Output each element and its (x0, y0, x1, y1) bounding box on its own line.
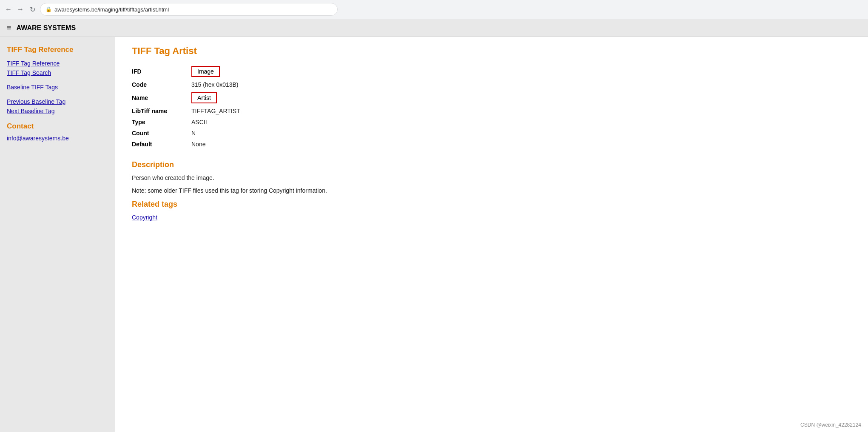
tag-value-code: 315 (hex 0x013B) (191, 81, 239, 88)
tag-label-count: Count (132, 130, 191, 137)
tag-row-ifd: IFD Image (132, 66, 851, 77)
tag-label-name: Name (132, 94, 191, 101)
watermark: CSDN @weixin_42282124 (800, 422, 861, 428)
contact-email[interactable]: info@awaresystems.be (7, 135, 108, 142)
sidebar-link-tiff-tag-search[interactable]: TIFF Tag Search (7, 69, 108, 76)
tag-value-ifd: Image (191, 66, 220, 77)
sidebar-contact-section: Contact info@awaresystems.be (7, 122, 108, 142)
tag-row-code: Code 315 (hex 0x013B) (132, 81, 851, 88)
tag-value-default: None (191, 141, 205, 148)
tag-label-code: Code (132, 81, 191, 88)
tag-row-default: Default None (132, 141, 851, 148)
tag-row-libtiff: LibTiff name TIFFTAG_ARTIST (132, 108, 851, 114)
description-line-1: Person who created the image. (132, 174, 851, 181)
site-header: ≡ AWARE SYSTEMS (0, 19, 868, 37)
description-line-2: Note: some older TIFF files used this ta… (132, 187, 851, 194)
tag-label-ifd: IFD (132, 68, 191, 75)
sidebar-section-baseline: Baseline TIFF Tags (7, 84, 108, 91)
sidebar-section-nav: Previous Baseline Tag Next Baseline Tag (7, 98, 108, 114)
tag-label-default: Default (132, 141, 191, 148)
tag-value-name: Artist (191, 92, 217, 103)
sidebar-link-previous-baseline[interactable]: Previous Baseline Tag (7, 98, 108, 105)
address-bar[interactable]: 🔒 awaresystems.be/imaging/tiff/tifftags/… (40, 3, 338, 16)
url-text: awaresystems.be/imaging/tiff/tifftags/ar… (54, 6, 169, 13)
related-tags-heading: Related tags (132, 200, 851, 209)
sidebar-heading: TIFF Tag Reference (7, 46, 108, 54)
tag-row-type: Type ASCII (132, 119, 851, 125)
forward-button[interactable]: → (16, 5, 25, 14)
tag-table: IFD Image Code 315 (hex 0x013B) Name Art… (132, 66, 851, 148)
tag-value-type: ASCII (191, 119, 207, 125)
page-title: TIFF Tag Artist (132, 46, 851, 57)
browser-toolbar: ← → ↻ 🔒 awaresystems.be/imaging/tiff/tif… (0, 0, 868, 19)
tag-row-count: Count N (132, 130, 851, 137)
reload-button[interactable]: ↻ (28, 5, 37, 14)
tag-label-libtiff: LibTiff name (132, 108, 191, 114)
back-button[interactable]: ← (4, 5, 13, 14)
browser-chrome: ← → ↻ 🔒 awaresystems.be/imaging/tiff/tif… (0, 0, 868, 19)
main-content: TIFF Tag Artist IFD Image Code 315 (hex … (115, 37, 868, 432)
lock-icon: 🔒 (46, 6, 52, 12)
description-section: Description Person who created the image… (132, 160, 851, 194)
sidebar: TIFF Tag Reference TIFF Tag Reference TI… (0, 37, 115, 432)
contact-heading: Contact (7, 122, 108, 131)
description-heading: Description (132, 160, 851, 169)
site-title: AWARE SYSTEMS (17, 24, 76, 32)
related-link-copyright[interactable]: Copyright (132, 214, 157, 221)
sidebar-link-tiff-tag-reference[interactable]: TIFF Tag Reference (7, 60, 108, 67)
tag-value-count: N (191, 130, 196, 137)
hamburger-icon[interactable]: ≡ (7, 23, 11, 32)
tag-value-libtiff: TIFFTAG_ARTIST (191, 108, 240, 114)
sidebar-link-baseline-tiff-tags[interactable]: Baseline TIFF Tags (7, 84, 108, 91)
tag-label-type: Type (132, 119, 191, 125)
page-layout: TIFF Tag Reference TIFF Tag Reference TI… (0, 37, 868, 432)
sidebar-link-next-baseline[interactable]: Next Baseline Tag (7, 108, 108, 114)
tag-row-name: Name Artist (132, 92, 851, 103)
related-tags-section: Related tags Copyright (132, 200, 851, 221)
